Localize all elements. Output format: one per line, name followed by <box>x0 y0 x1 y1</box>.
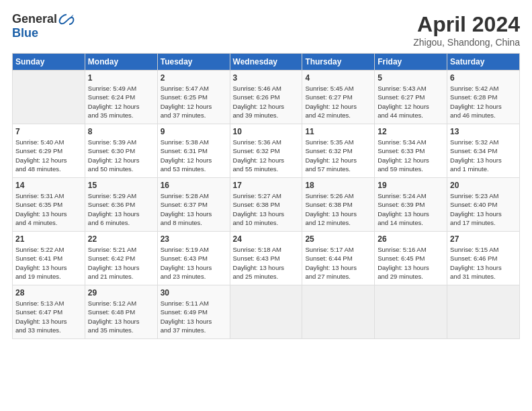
day-number: 7 <box>15 127 82 136</box>
day-number: 1 <box>88 73 154 83</box>
day-info: Sunrise: 5:28 AM Sunset: 6:37 PM Dayligh… <box>161 191 227 227</box>
calendar-cell: 6Sunrise: 5:42 AM Sunset: 6:28 PM Daylig… <box>447 71 520 124</box>
day-info: Sunrise: 5:26 AM Sunset: 6:38 PM Dayligh… <box>305 191 371 227</box>
day-number: 29 <box>88 288 154 298</box>
page: General Blue April 2024 Zhigou, Shandong… <box>0 0 532 411</box>
day-number: 12 <box>378 127 444 136</box>
calendar-cell: 1Sunrise: 5:49 AM Sunset: 6:24 PM Daylig… <box>85 71 157 124</box>
calendar-cell: 18Sunrise: 5:26 AM Sunset: 6:38 PM Dayli… <box>302 178 375 232</box>
day-info: Sunrise: 5:34 AM Sunset: 6:33 PM Dayligh… <box>378 138 444 173</box>
calendar-cell: 26Sunrise: 5:16 AM Sunset: 6:45 PM Dayli… <box>375 232 447 285</box>
calendar-cell: 21Sunrise: 5:22 AM Sunset: 6:41 PM Dayli… <box>13 232 85 285</box>
day-info: Sunrise: 5:24 AM Sunset: 6:39 PM Dayligh… <box>378 191 444 227</box>
day-info: Sunrise: 5:29 AM Sunset: 6:36 PM Dayligh… <box>88 191 154 227</box>
calendar-cell: 10Sunrise: 5:36 AM Sunset: 6:32 PM Dayli… <box>230 124 302 178</box>
calendar-cell: 15Sunrise: 5:29 AM Sunset: 6:36 PM Dayli… <box>85 178 157 232</box>
day-info: Sunrise: 5:46 AM Sunset: 6:26 PM Dayligh… <box>233 84 300 120</box>
calendar-cell: 11Sunrise: 5:35 AM Sunset: 6:32 PM Dayli… <box>302 124 375 178</box>
day-number: 2 <box>161 73 227 83</box>
calendar-cell: 9Sunrise: 5:38 AM Sunset: 6:31 PM Daylig… <box>157 124 230 178</box>
day-info: Sunrise: 5:13 AM Sunset: 6:47 PM Dayligh… <box>15 299 82 334</box>
calendar-cell: 30Sunrise: 5:11 AM Sunset: 6:49 PM Dayli… <box>157 285 230 339</box>
day-info: Sunrise: 5:49 AM Sunset: 6:24 PM Dayligh… <box>88 84 154 120</box>
day-number: 21 <box>15 234 82 244</box>
logo-blue: Blue <box>12 26 38 40</box>
calendar-header-row: SundayMondayTuesdayWednesdayThursdayFrid… <box>13 54 520 71</box>
day-number: 23 <box>161 234 227 244</box>
calendar-cell <box>13 71 85 124</box>
calendar-cell: 17Sunrise: 5:27 AM Sunset: 6:38 PM Dayli… <box>230 178 302 232</box>
calendar-day-header: Wednesday <box>230 54 302 71</box>
calendar-cell: 16Sunrise: 5:28 AM Sunset: 6:37 PM Dayli… <box>157 178 230 232</box>
subtitle: Zhigou, Shandong, China <box>413 37 520 48</box>
day-number: 17 <box>233 181 300 190</box>
day-info: Sunrise: 5:21 AM Sunset: 6:42 PM Dayligh… <box>88 245 154 281</box>
day-info: Sunrise: 5:15 AM Sunset: 6:46 PM Dayligh… <box>450 245 517 281</box>
day-info: Sunrise: 5:23 AM Sunset: 6:40 PM Dayligh… <box>450 191 517 227</box>
logo-bird-icon <box>58 13 75 26</box>
calendar-cell: 19Sunrise: 5:24 AM Sunset: 6:39 PM Dayli… <box>375 178 447 232</box>
calendar-day-header: Friday <box>375 54 447 71</box>
day-number: 25 <box>305 234 371 244</box>
calendar-cell <box>230 285 302 339</box>
day-info: Sunrise: 5:22 AM Sunset: 6:41 PM Dayligh… <box>15 245 82 281</box>
calendar-cell: 12Sunrise: 5:34 AM Sunset: 6:33 PM Dayli… <box>375 124 447 178</box>
calendar-cell: 8Sunrise: 5:39 AM Sunset: 6:30 PM Daylig… <box>85 124 157 178</box>
calendar-day-header: Saturday <box>447 54 520 71</box>
calendar-cell <box>447 285 520 339</box>
calendar-cell: 4Sunrise: 5:45 AM Sunset: 6:27 PM Daylig… <box>302 71 375 124</box>
day-info: Sunrise: 5:39 AM Sunset: 6:30 PM Dayligh… <box>88 138 154 173</box>
day-info: Sunrise: 5:43 AM Sunset: 6:27 PM Dayligh… <box>378 84 444 120</box>
calendar-cell: 25Sunrise: 5:17 AM Sunset: 6:44 PM Dayli… <box>302 232 375 285</box>
calendar-cell: 13Sunrise: 5:32 AM Sunset: 6:34 PM Dayli… <box>447 124 520 178</box>
calendar-cell: 20Sunrise: 5:23 AM Sunset: 6:40 PM Dayli… <box>447 178 520 232</box>
day-number: 8 <box>88 127 154 136</box>
day-number: 20 <box>450 181 517 190</box>
day-number: 10 <box>233 127 300 136</box>
calendar-cell: 3Sunrise: 5:46 AM Sunset: 6:26 PM Daylig… <box>230 71 302 124</box>
day-number: 22 <box>88 234 154 244</box>
calendar-day-header: Tuesday <box>157 54 230 71</box>
day-info: Sunrise: 5:19 AM Sunset: 6:43 PM Dayligh… <box>161 245 227 281</box>
calendar-cell: 22Sunrise: 5:21 AM Sunset: 6:42 PM Dayli… <box>85 232 157 285</box>
calendar: SundayMondayTuesdayWednesdayThursdayFrid… <box>12 53 520 339</box>
day-info: Sunrise: 5:47 AM Sunset: 6:25 PM Dayligh… <box>161 84 227 120</box>
calendar-week-row: 7Sunrise: 5:40 AM Sunset: 6:29 PM Daylig… <box>13 124 520 178</box>
calendar-cell: 29Sunrise: 5:12 AM Sunset: 6:48 PM Dayli… <box>85 285 157 339</box>
calendar-cell: 14Sunrise: 5:31 AM Sunset: 6:35 PM Dayli… <box>13 178 85 232</box>
calendar-week-row: 1Sunrise: 5:49 AM Sunset: 6:24 PM Daylig… <box>13 71 520 124</box>
day-number: 5 <box>378 73 444 83</box>
calendar-week-row: 21Sunrise: 5:22 AM Sunset: 6:41 PM Dayli… <box>13 232 520 285</box>
day-number: 28 <box>15 288 82 298</box>
calendar-cell: 2Sunrise: 5:47 AM Sunset: 6:25 PM Daylig… <box>157 71 230 124</box>
calendar-cell: 24Sunrise: 5:18 AM Sunset: 6:43 PM Dayli… <box>230 232 302 285</box>
calendar-cell <box>302 285 375 339</box>
calendar-day-header: Thursday <box>302 54 375 71</box>
logo: General Blue <box>12 12 75 40</box>
day-info: Sunrise: 5:27 AM Sunset: 6:38 PM Dayligh… <box>233 191 300 227</box>
day-number: 26 <box>378 234 444 244</box>
calendar-cell: 27Sunrise: 5:15 AM Sunset: 6:46 PM Dayli… <box>447 232 520 285</box>
day-info: Sunrise: 5:35 AM Sunset: 6:32 PM Dayligh… <box>305 138 371 173</box>
calendar-day-header: Sunday <box>13 54 85 71</box>
day-number: 4 <box>305 73 371 83</box>
day-info: Sunrise: 5:18 AM Sunset: 6:43 PM Dayligh… <box>233 245 300 281</box>
calendar-cell: 23Sunrise: 5:19 AM Sunset: 6:43 PM Dayli… <box>157 232 230 285</box>
calendar-cell: 7Sunrise: 5:40 AM Sunset: 6:29 PM Daylig… <box>13 124 85 178</box>
day-info: Sunrise: 5:36 AM Sunset: 6:32 PM Dayligh… <box>233 138 300 173</box>
day-number: 11 <box>305 127 371 136</box>
header: General Blue April 2024 Zhigou, Shandong… <box>12 12 520 48</box>
calendar-cell: 28Sunrise: 5:13 AM Sunset: 6:47 PM Dayli… <box>13 285 85 339</box>
day-info: Sunrise: 5:32 AM Sunset: 6:34 PM Dayligh… <box>450 138 517 173</box>
day-info: Sunrise: 5:11 AM Sunset: 6:49 PM Dayligh… <box>161 299 227 334</box>
day-info: Sunrise: 5:42 AM Sunset: 6:28 PM Dayligh… <box>450 84 517 120</box>
day-number: 13 <box>450 127 517 136</box>
month-title: April 2024 <box>413 12 520 37</box>
day-info: Sunrise: 5:12 AM Sunset: 6:48 PM Dayligh… <box>88 299 154 334</box>
day-info: Sunrise: 5:40 AM Sunset: 6:29 PM Dayligh… <box>15 138 82 173</box>
day-info: Sunrise: 5:16 AM Sunset: 6:45 PM Dayligh… <box>378 245 444 281</box>
day-info: Sunrise: 5:45 AM Sunset: 6:27 PM Dayligh… <box>305 84 371 120</box>
day-number: 6 <box>450 73 517 83</box>
day-number: 3 <box>233 73 300 83</box>
title-block: April 2024 Zhigou, Shandong, China <box>413 12 520 48</box>
